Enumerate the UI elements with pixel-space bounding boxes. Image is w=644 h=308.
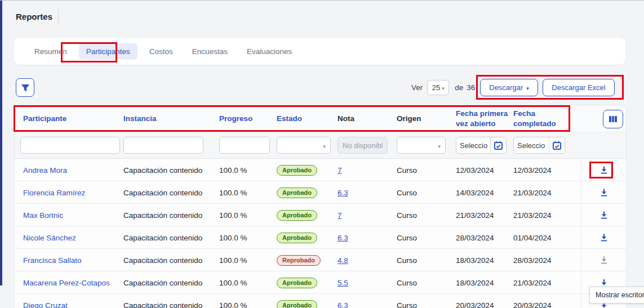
nota-link[interactable]: 7 (337, 211, 342, 220)
progreso-cell: 100.0 % (219, 279, 277, 287)
filter-date-fecha-completado[interactable]: Seleccio (513, 137, 565, 154)
download-arrow-icon (599, 278, 609, 287)
participants-table: Participante Instancia Progreso Estado N… (14, 105, 627, 308)
calendar-check-icon[interactable] (490, 137, 506, 153)
download-button (597, 253, 611, 267)
download-icon (599, 211, 609, 220)
origen-cell: Curso (397, 301, 456, 308)
participant-link[interactable]: Macarena Perez-Cotapos (23, 279, 110, 287)
progreso-cell: 100.0 % (219, 256, 277, 265)
title-divider (58, 10, 59, 25)
download-icon (599, 233, 609, 242)
table-row: Macarena Perez-Cotapos Capacitación cont… (15, 271, 626, 294)
date-placeholder: Seleccio (456, 141, 490, 150)
descargar-button[interactable]: Descargar (480, 79, 538, 96)
nota-link[interactable]: 7 (337, 166, 342, 175)
fecha-abierto-cell: 21/03/2024 (456, 211, 513, 220)
column-header-estado[interactable]: Estado (277, 114, 337, 124)
column-settings-button[interactable] (603, 110, 623, 128)
participant-link[interactable]: Andrea Mora (23, 166, 67, 175)
tab-evaluaciones[interactable]: Evaluaciones (239, 43, 299, 60)
caret-down-icon (442, 83, 445, 92)
origen-cell: Curso (397, 211, 456, 220)
tab-resumen[interactable]: Resumen (27, 43, 74, 60)
caret-down-icon (438, 140, 441, 150)
status-badge: Aprobado (277, 210, 317, 221)
report-tabs: Resumen Participantes Costos Encuestas E… (14, 38, 625, 65)
calendar-check-icon[interactable] (549, 137, 565, 153)
page-title: Reportes (16, 12, 52, 21)
column-header-fecha-completado[interactable]: Fecha completado (513, 109, 581, 128)
origen-cell: Curso (397, 279, 456, 287)
download-button[interactable] (597, 231, 611, 244)
nota-link[interactable]: 4.8 (337, 256, 348, 265)
filter-select-origen[interactable] (397, 137, 446, 154)
page-size-value: 25 (432, 83, 440, 92)
fecha-abierto-cell: 12/03/2024 (456, 166, 513, 175)
instancia-cell: Capacitación contenido (123, 279, 219, 287)
download-button[interactable] (597, 186, 611, 199)
fecha-abierto-cell: 18/03/2024 (456, 256, 513, 265)
tab-participantes[interactable]: Participantes (79, 43, 137, 60)
fecha-completado-cell: 20/03/2024 (513, 301, 581, 308)
progreso-cell: 100.0 % (219, 301, 277, 308)
filter-input-participante[interactable] (20, 137, 120, 154)
origen-cell: Curso (397, 189, 456, 197)
instancia-cell: Capacitación contenido (123, 256, 219, 265)
status-badge: Aprobado (277, 278, 317, 288)
participant-link[interactable]: Francisca Sallato (23, 256, 82, 265)
participant-link[interactable]: Florencia Ramírez (23, 189, 85, 197)
download-button[interactable] (597, 208, 611, 222)
column-header-instancia[interactable]: Instancia (123, 114, 219, 124)
filter-row: Seleccio Seleccio (15, 132, 626, 159)
nota-link[interactable]: 5.5 (337, 279, 348, 287)
origen-cell: Curso (397, 166, 456, 175)
filter-date-fecha-abierto[interactable]: Seleccio (456, 137, 507, 154)
progreso-cell: 100.0 % (219, 234, 277, 242)
filter-button[interactable] (16, 78, 34, 97)
nota-link[interactable]: 6.3 (337, 234, 348, 242)
instancia-cell: Capacitación contenido (123, 189, 219, 197)
download-icon (599, 166, 609, 175)
column-header-participante[interactable]: Participante (15, 114, 123, 124)
total-count: 36 (467, 83, 475, 92)
ver-label: Ver (411, 83, 423, 92)
table-row: Diego Cruzat Capacitación contenido 100.… (15, 294, 626, 308)
caret-down-icon (323, 140, 326, 150)
participant-link[interactable]: Diego Cruzat (23, 301, 68, 308)
progreso-cell: 100.0 % (219, 189, 277, 197)
page-size-select[interactable]: 25 (427, 80, 449, 95)
participant-link[interactable]: Nicole Sánchez (23, 234, 76, 242)
filter-input-instancia[interactable] (123, 137, 203, 154)
fecha-abierto-cell: 18/03/2024 (456, 279, 513, 287)
origen-cell: Curso (397, 234, 456, 242)
fecha-abierto-cell: 28/03/2024 (456, 234, 513, 242)
of-label: de (455, 83, 463, 92)
instancia-cell: Capacitación contenido (123, 301, 219, 308)
left-edge-accent (0, 1, 2, 285)
progreso-cell: 100.0 % (219, 166, 277, 175)
participant-link[interactable]: Max Bortnic (23, 211, 63, 220)
fecha-abierto-cell: 20/03/2024 (456, 301, 513, 308)
status-badge: Aprobado (277, 165, 317, 176)
download-button[interactable] (597, 163, 611, 177)
status-badge: Aprobado (277, 300, 317, 308)
tab-encuestas[interactable]: Encuestas (185, 43, 235, 60)
progreso-cell: 100.0 % (219, 211, 277, 220)
date-placeholder: Seleccio (514, 141, 549, 150)
nota-link[interactable]: 6.3 (337, 301, 348, 308)
instancia-cell: Capacitación contenido (123, 234, 219, 242)
filter-select-estado[interactable] (277, 137, 331, 154)
descargar-excel-button[interactable]: Descargar Excel (543, 79, 615, 96)
column-header-progreso[interactable]: Progreso (219, 114, 277, 124)
column-header-fecha-abierto[interactable]: Fecha primera vez abierto (456, 109, 513, 128)
caret-down-icon (526, 83, 529, 92)
filter-input-progreso[interactable] (219, 137, 270, 154)
nota-link[interactable]: 6.3 (337, 189, 348, 197)
download-icon (599, 188, 609, 197)
fecha-completado-cell: 21/03/2024 (513, 211, 581, 220)
column-header-nota[interactable]: Nota (337, 114, 397, 124)
column-header-origen[interactable]: Origen (397, 114, 456, 124)
tab-costos[interactable]: Costos (142, 43, 180, 60)
status-badge: Reprobado (277, 255, 321, 266)
